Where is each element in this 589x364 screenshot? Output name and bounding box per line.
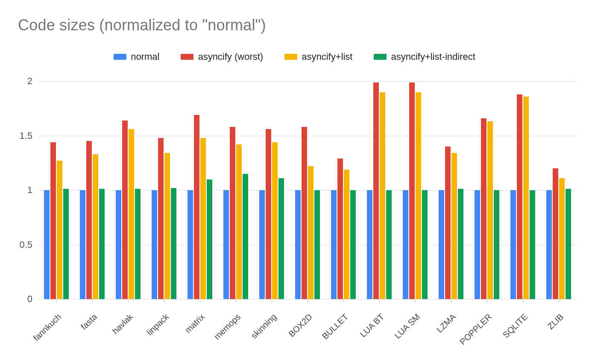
bar <box>451 153 457 299</box>
x-axis-tick <box>164 299 164 302</box>
bar-group <box>505 81 541 299</box>
bar <box>367 190 372 299</box>
bar <box>188 190 193 299</box>
bar <box>559 178 565 299</box>
y-axis-tick-label: 0 <box>27 294 32 305</box>
x-axis-tick-label: havlak <box>110 312 135 336</box>
bar-group <box>541 81 577 299</box>
bar <box>164 153 170 299</box>
x-axis-tick <box>559 299 559 302</box>
legend-label: asyncify (worst) <box>198 51 263 62</box>
bar-group <box>74 81 110 299</box>
bar-group <box>218 81 254 299</box>
bar <box>331 190 337 299</box>
bar <box>158 138 164 299</box>
bar <box>135 189 141 299</box>
x-axis-tick <box>451 299 451 302</box>
y-axis-tick-label: 1 <box>27 185 32 196</box>
chart-title: Code sizes (normalized to "normal") <box>18 16 266 34</box>
bar <box>194 115 199 299</box>
x-axis-tick-label: fasta <box>79 312 99 332</box>
bar <box>373 82 379 299</box>
legend-label: asyncify+list <box>302 51 352 62</box>
swatch-asyncify-list-indirect <box>374 54 387 60</box>
y-axis-tick-label: 1.5 <box>19 130 32 141</box>
bar-group <box>182 81 218 299</box>
bar <box>416 92 421 299</box>
bar <box>295 190 301 299</box>
bar-group <box>469 81 505 299</box>
legend-item-normal: normal <box>114 51 159 62</box>
bar <box>308 166 314 299</box>
bar <box>116 190 121 299</box>
x-axis-tick <box>487 299 487 302</box>
legend-item-asyncify-list-indirect: asyncify+list-indirect <box>374 51 475 62</box>
bar-group <box>290 81 325 299</box>
bar-group <box>325 81 361 299</box>
legend-label: asyncify+list-indirect <box>391 51 475 62</box>
bar <box>481 118 486 299</box>
bar <box>302 127 307 299</box>
x-axis-tick-label: matrix <box>183 312 207 335</box>
bar <box>171 188 176 299</box>
bar <box>57 161 62 299</box>
legend: normal asyncify (worst) asyncify+list as… <box>0 51 589 62</box>
bar <box>380 92 385 299</box>
x-axis-tick-label: skinning <box>249 312 278 341</box>
bar <box>243 174 248 299</box>
x-axis-tick-label: BOX2D <box>287 312 314 339</box>
bar-group <box>146 81 182 299</box>
bar <box>409 82 415 299</box>
bar <box>566 189 571 299</box>
bar <box>350 190 356 299</box>
bar <box>272 142 278 299</box>
x-axis-tick <box>379 299 380 302</box>
bar <box>278 178 284 299</box>
bar-group <box>433 81 469 299</box>
bar <box>517 94 522 299</box>
bar <box>44 190 50 299</box>
bar <box>236 144 242 299</box>
bar <box>523 97 529 299</box>
bar <box>422 190 428 299</box>
bar <box>403 190 408 299</box>
chart-container: Code sizes (normalized to "normal") norm… <box>0 0 589 364</box>
x-axis-tick <box>200 299 200 302</box>
bar <box>530 190 535 299</box>
x-axis-tick-label: LUA SM <box>393 312 422 341</box>
x-axis-tick-label: SQLITE <box>501 312 530 340</box>
bar <box>63 189 69 299</box>
legend-label: normal <box>131 51 159 62</box>
bar <box>86 141 92 299</box>
x-axis-tick <box>128 299 129 302</box>
swatch-normal <box>114 54 126 60</box>
bar <box>386 190 392 299</box>
swatch-asyncify-worst <box>181 54 193 60</box>
bar <box>230 127 235 299</box>
bar <box>152 190 157 299</box>
bar <box>337 159 343 299</box>
x-axis-tick <box>343 299 344 302</box>
x-axis-tick-label: linpack <box>145 312 171 338</box>
plot-area: 00.511.52 <box>38 81 577 299</box>
y-axis-tick-label: 0.5 <box>19 239 32 250</box>
bar <box>314 190 320 299</box>
swatch-asyncify-list <box>284 54 297 60</box>
x-axis-tick <box>56 299 57 302</box>
bar <box>99 189 105 299</box>
bar <box>207 179 212 299</box>
y-axis-tick-label: 2 <box>27 76 32 87</box>
bar <box>510 190 516 299</box>
x-axis-labels: fannkuchfastahavlaklinpackmatrixmemopssk… <box>38 299 577 359</box>
bar <box>80 190 85 299</box>
bar-group <box>254 81 290 299</box>
legend-item-asyncify-list: asyncify+list <box>284 51 352 62</box>
bar <box>445 147 451 299</box>
bar <box>458 189 463 299</box>
x-axis-tick-label: ZLIB <box>546 312 566 332</box>
bar <box>93 154 98 299</box>
bar <box>475 190 480 299</box>
bar-group <box>361 81 397 299</box>
bar <box>494 190 499 299</box>
bar <box>439 190 444 299</box>
